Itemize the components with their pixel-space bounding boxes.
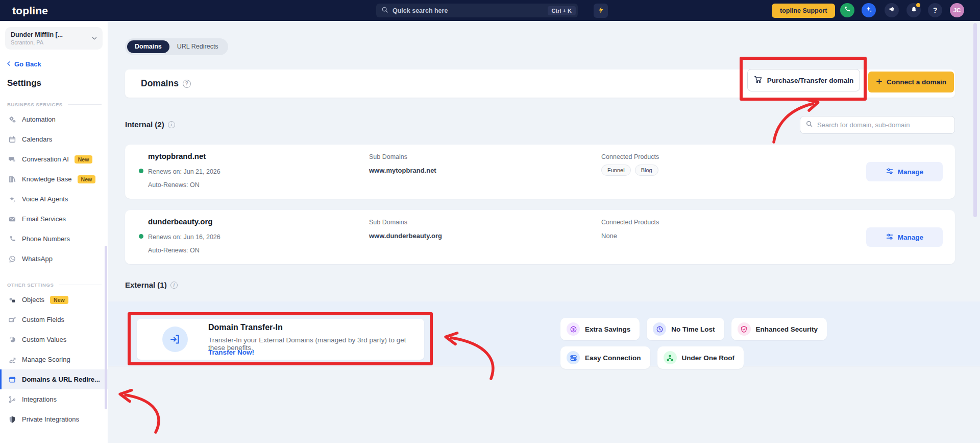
app-logo: topline xyxy=(12,0,48,21)
info-icon[interactable]: i xyxy=(170,282,178,289)
sidebar-item-label: Knowledge Base xyxy=(22,175,72,183)
chevron-left-icon xyxy=(6,60,12,68)
page-title: Domains xyxy=(141,78,179,89)
domain-auto-renew: Auto-Renews: ON xyxy=(148,247,200,254)
go-back-link[interactable]: Go Back xyxy=(6,60,108,68)
objects-icon xyxy=(8,296,16,304)
domain-card-mytopbrand: mytopbrand.net Renews on: Jun 21, 2026 A… xyxy=(125,145,955,199)
sitemap-icon xyxy=(664,351,677,364)
sidebar-item-objects[interactable]: Objects New xyxy=(0,290,108,310)
search-icon xyxy=(381,6,388,15)
sliders-icon xyxy=(886,167,894,177)
status-dot xyxy=(139,234,143,239)
sidebar-item-knowledge-base[interactable]: Knowledge Base New xyxy=(0,169,108,189)
sidebar-item-label: Manage Scoring xyxy=(22,356,70,363)
quick-search-input[interactable]: Quick search here Ctrl + K xyxy=(376,4,578,17)
calendar-icon xyxy=(8,135,16,144)
quick-search-placeholder: Quick search here xyxy=(393,7,544,14)
shield-icon xyxy=(8,415,16,424)
pencil-field-icon xyxy=(8,316,16,324)
domain-card-dunderbeauty: dunderbeauty.org Renews on: Jun 16, 2026… xyxy=(125,210,955,264)
announcements-button[interactable] xyxy=(885,3,899,17)
benefit-label: Extra Savings xyxy=(585,325,630,333)
quick-actions-button[interactable] xyxy=(594,4,608,18)
lightning-icon xyxy=(597,6,605,16)
benefit-label: Enhanced Security xyxy=(756,325,818,333)
sparkles-icon xyxy=(865,6,873,15)
sidebar-item-custom-fields[interactable]: Custom Fields xyxy=(0,310,108,330)
account-switcher[interactable]: Dunder Mifflin [... Scranton, PA xyxy=(5,27,103,50)
page: topline Quick search here Ctrl + K topli… xyxy=(0,0,980,443)
benefit-no-time-lost: No Time Lost xyxy=(647,318,724,340)
notifications-button[interactable] xyxy=(906,3,921,17)
cart-icon xyxy=(754,75,763,85)
mail-icon xyxy=(8,215,16,223)
shield-check-icon xyxy=(738,322,751,336)
section-label-business-services: BUSINESS SERVICES xyxy=(7,102,108,107)
sidebar-item-conversation-ai[interactable]: Conversation AI New xyxy=(0,149,108,169)
sidebar-item-label: Email Services xyxy=(22,215,66,223)
sidebar-item-integrations[interactable]: Integrations xyxy=(0,389,108,409)
connected-products-none: None xyxy=(601,232,617,240)
notification-dot xyxy=(916,3,920,7)
help-button[interactable]: ? xyxy=(928,3,942,17)
account-name: Dunder Mifflin [... xyxy=(11,31,89,38)
tab-url-redirects[interactable]: URL Redirects xyxy=(169,40,226,53)
new-badge: New xyxy=(50,296,68,304)
sidebar-item-label: Calendars xyxy=(22,135,52,143)
help-icon[interactable]: ? xyxy=(183,80,191,88)
manage-label: Manage xyxy=(898,168,923,176)
sidebar-item-automation[interactable]: Automation xyxy=(0,109,108,129)
svg-text:$: $ xyxy=(572,327,575,332)
sidebar-item-whatsapp[interactable]: WhatsApp xyxy=(0,249,108,269)
support-button[interactable]: topline Support xyxy=(772,4,835,18)
dollar-circle-icon: $ xyxy=(567,322,580,336)
ai-assistant-button[interactable] xyxy=(862,3,876,17)
sidebar-item-label: Voice AI Agents xyxy=(22,195,68,203)
sidebar-item-private-integrations[interactable]: Private Integrations xyxy=(0,409,108,429)
sidebar-item-label: Automation xyxy=(22,115,56,123)
sidebar-item-email-services[interactable]: Email Services xyxy=(0,209,108,229)
account-location: Scranton, PA xyxy=(11,39,89,45)
benefit-under-one-roof: Under One Roof xyxy=(657,346,744,369)
sidebar-item-calendars[interactable]: Calendars xyxy=(0,129,108,149)
sidebar-item-label: Custom Values xyxy=(22,336,66,343)
product-chip-funnel: Funnel xyxy=(601,165,631,176)
manage-button[interactable]: Manage xyxy=(866,227,943,247)
settings-sidebar: Dunder Mifflin [... Scranton, PA Go Back… xyxy=(0,21,108,443)
whatsapp-icon xyxy=(8,255,16,263)
sparkle-icon xyxy=(8,195,16,203)
external-section-title: External (1) i xyxy=(125,281,178,289)
sidebar-scrollbar[interactable] xyxy=(105,246,107,409)
connect-a-domain-button[interactable]: Connect a domain xyxy=(868,72,954,92)
connected-products-label: Connected Products xyxy=(601,219,659,226)
domain-renews: Renews on: Jun 16, 2026 xyxy=(148,234,220,241)
chat-icon xyxy=(8,155,16,164)
info-icon[interactable]: i xyxy=(168,121,175,128)
transfer-now-link[interactable]: Transfer Now! xyxy=(208,348,254,356)
purchase-transfer-domain-button[interactable]: Purchase/Transfer domain xyxy=(747,69,860,91)
benefit-easy-connection: Easy Connection xyxy=(560,346,650,369)
benefit-enhanced-security: Enhanced Security xyxy=(731,318,827,340)
nodes-icon xyxy=(8,395,16,404)
user-avatar[interactable]: JC xyxy=(950,3,964,17)
gears-icon xyxy=(8,115,16,124)
benefits-row-2: Easy Connection Under One Roof xyxy=(560,346,744,369)
page-scrollbar[interactable] xyxy=(973,23,977,217)
domain-renews: Renews on: Jun 21, 2026 xyxy=(148,168,220,175)
connect-a-domain-label: Connect a domain xyxy=(887,78,946,86)
sidebar-item-custom-values[interactable]: Custom Values xyxy=(0,330,108,349)
books-icon xyxy=(8,175,16,183)
transfer-in-icon xyxy=(162,327,188,352)
purchase-transfer-domain-label: Purchase/Transfer domain xyxy=(767,77,854,84)
sidebar-title: Settings xyxy=(7,78,108,88)
manage-button[interactable]: Manage xyxy=(866,162,943,181)
sidebar-item-domains-url-redirects[interactable]: Domains & URL Redire... xyxy=(0,369,108,389)
sidebar-item-label: Objects xyxy=(22,296,44,304)
sidebar-item-phone-numbers[interactable]: Phone Numbers xyxy=(0,229,108,249)
sidebar-item-voice-ai-agents[interactable]: Voice AI Agents xyxy=(0,189,108,209)
sidebar-item-manage-scoring[interactable]: Manage Scoring xyxy=(0,349,108,369)
phone-call-button[interactable] xyxy=(840,3,854,17)
domain-search-input[interactable] xyxy=(817,121,949,129)
tab-domains[interactable]: Domains xyxy=(127,40,169,53)
